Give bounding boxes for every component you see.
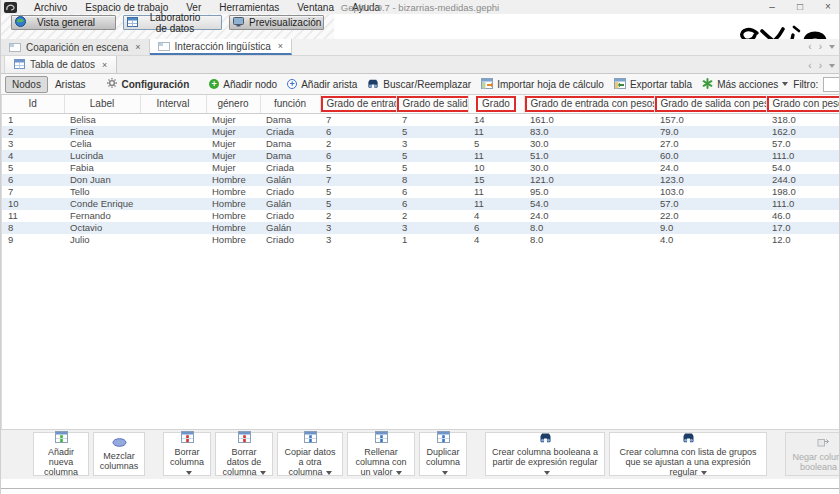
table-cell[interactable]: 5 — [320, 162, 396, 174]
table-cell[interactable]: Hombre — [206, 210, 260, 222]
table-cell[interactable] — [140, 234, 206, 246]
table-cell[interactable]: 46.0 — [766, 210, 840, 222]
table-cell[interactable]: Julio — [64, 234, 140, 246]
table-cell[interactable]: 57.0 — [766, 138, 840, 150]
table-cell[interactable]: 95.0 — [524, 186, 654, 198]
laboratorio-de-datos-button[interactable]: Laboratorio de datos — [123, 15, 222, 30]
table-cell[interactable]: Mujer — [206, 138, 260, 150]
prev-tab-icon[interactable]: ‹ — [808, 41, 811, 52]
table-cell[interactable]: 60.0 — [654, 150, 766, 162]
next-tab-icon[interactable]: › — [819, 60, 822, 71]
tab-close-icon[interactable]: × — [135, 42, 140, 52]
table-cell[interactable]: 7 — [396, 113, 468, 126]
table-cell[interactable]: 4 — [468, 210, 524, 222]
table-cell[interactable]: 1 — [396, 234, 468, 246]
table-cell[interactable]: 14 — [468, 113, 524, 126]
table-cell[interactable]: Hombre — [206, 198, 260, 210]
table-cell[interactable]: Celia — [64, 138, 140, 150]
a-adir-nueva-columna-button[interactable]: Añadir nueva columna — [33, 432, 89, 476]
table-cell[interactable]: 3 — [396, 138, 468, 150]
table-cell[interactable]: 5 — [396, 126, 468, 138]
column-header[interactable]: Grado — [468, 95, 524, 113]
table-cell[interactable]: Dama — [260, 138, 320, 150]
table-cell[interactable]: 24.0 — [654, 162, 766, 174]
menu-archivo[interactable]: Archivo — [25, 2, 76, 13]
table-cell[interactable]: 3 — [320, 234, 396, 246]
column-header[interactable]: Interval — [140, 95, 206, 113]
table-cell[interactable]: Dama — [260, 150, 320, 162]
column-header[interactable]: Grado con pesos — [766, 95, 840, 113]
nodes-toggle[interactable]: Nodos — [5, 76, 48, 93]
table-cell[interactable]: 5 — [2, 162, 64, 174]
table-cell[interactable]: 6 — [468, 222, 524, 234]
table-cell[interactable]: 8.0 — [524, 222, 654, 234]
table-cell[interactable]: 318.0 — [766, 113, 840, 126]
column-header[interactable]: Grado de salida — [396, 95, 468, 113]
table-cell[interactable] — [140, 113, 206, 126]
table-cell[interactable] — [140, 138, 206, 150]
table-cell[interactable]: 8 — [396, 174, 468, 186]
tab-tabla-de-datos[interactable]: Tabla de datos × — [4, 56, 117, 73]
table-cell[interactable]: 5 — [320, 186, 396, 198]
table-cell[interactable]: Fabia — [64, 162, 140, 174]
table-cell[interactable]: 11 — [468, 186, 524, 198]
column-header[interactable]: Grado de salida con pesos — [654, 95, 766, 113]
table-cell[interactable]: 6 — [320, 150, 396, 162]
table-cell[interactable]: 10 — [2, 198, 64, 210]
table-cell[interactable] — [140, 174, 206, 186]
table-cell[interactable]: 244.0 — [766, 174, 840, 186]
add-edge-button[interactable]: + Añadir arista — [282, 76, 362, 93]
table-cell[interactable]: 2 — [320, 138, 396, 150]
table-cell[interactable]: 5 — [320, 198, 396, 210]
tab-close-icon[interactable]: × — [278, 41, 283, 51]
table-cell[interactable]: 15 — [468, 174, 524, 186]
configuration-button[interactable]: Configuración — [102, 76, 194, 93]
import-spreadsheet-button[interactable]: Importar hoja de cálculo — [476, 76, 609, 93]
table-cell[interactable]: 3 — [320, 222, 396, 234]
table-cell[interactable]: Galán — [260, 198, 320, 210]
table-cell[interactable]: 111.0 — [766, 150, 840, 162]
table-cell[interactable]: 8 — [2, 222, 64, 234]
table-cell[interactable]: Finea — [64, 126, 140, 138]
table-cell[interactable]: 121.0 — [524, 174, 654, 186]
table-cell[interactable]: Criada — [260, 162, 320, 174]
table-cell[interactable] — [140, 126, 206, 138]
table-cell[interactable]: 6 — [2, 174, 64, 186]
table-cell[interactable]: 7 — [320, 174, 396, 186]
menu-ayuda[interactable]: Ayuda — [343, 2, 389, 13]
table-cell[interactable] — [140, 210, 206, 222]
column-header[interactable]: Label — [64, 95, 140, 113]
add-node-button[interactable]: + Añadir nodo — [204, 76, 282, 93]
table-cell[interactable]: 57.0 — [654, 198, 766, 210]
table-cell[interactable]: Hombre — [206, 234, 260, 246]
table-cell[interactable] — [140, 222, 206, 234]
borrar-columna-button[interactable]: Borrar columna — [163, 432, 211, 476]
table-cell[interactable]: 4 — [2, 150, 64, 162]
table-cell[interactable]: 12.0 — [766, 234, 840, 246]
table-cell[interactable]: 9 — [2, 234, 64, 246]
copiar-datos-a-otra-columna-button[interactable]: Copiar datos a otra columna — [277, 432, 343, 476]
table-cell[interactable]: 54.0 — [766, 162, 840, 174]
table-cell[interactable]: Mujer — [206, 150, 260, 162]
table-cell[interactable]: Hombre — [206, 186, 260, 198]
vista-general-button[interactable]: Vista general — [11, 15, 116, 30]
table-cell[interactable]: Don Juan — [64, 174, 140, 186]
edges-toggle[interactable]: Aristas — [48, 76, 93, 93]
table-cell[interactable]: 1 — [2, 113, 64, 126]
table-cell[interactable]: 7 — [2, 186, 64, 198]
previsualizacion-button[interactable]: Previsualización — [229, 15, 324, 30]
table-cell[interactable]: Lucinda — [64, 150, 140, 162]
table-cell[interactable]: 3 — [396, 222, 468, 234]
table-cell[interactable]: Belisa — [64, 113, 140, 126]
filter-input[interactable] — [823, 77, 840, 92]
column-header[interactable]: función — [260, 95, 320, 113]
table-cell[interactable]: 6 — [396, 198, 468, 210]
table-cell[interactable]: 123.0 — [654, 174, 766, 186]
table-cell[interactable]: 161.0 — [524, 113, 654, 126]
table-cell[interactable]: Criado — [260, 234, 320, 246]
table-cell[interactable]: 17.0 — [766, 222, 840, 234]
search-replace-button[interactable]: Buscar/Reemplazar — [362, 76, 476, 93]
crear-columna-booleana-a-partir-de-expresi-n-regular-button[interactable]: Crear columna booleana a partir de expre… — [485, 432, 605, 476]
tab-coaparicion-en-escena[interactable]: Coaparición en escena × — [1, 39, 150, 55]
close-button[interactable]: × — [821, 0, 835, 13]
